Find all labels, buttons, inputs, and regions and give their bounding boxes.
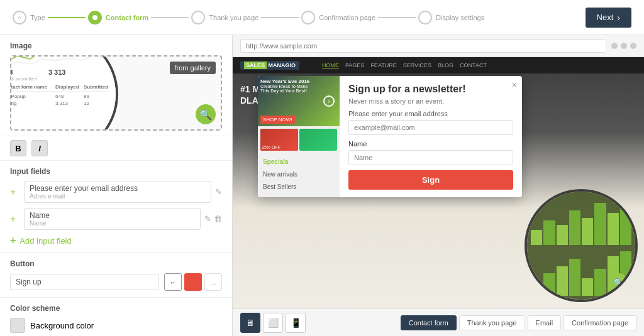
- bar-13: [582, 278, 593, 296]
- delete-name-icon[interactable]: 🗑: [214, 214, 222, 224]
- button-text-input[interactable]: [10, 274, 159, 290]
- step-circle-confirm: [301, 11, 315, 24]
- step-label-type: Type: [30, 14, 45, 21]
- italic-button[interactable]: I: [31, 140, 48, 156]
- button-row: ⌐ …: [10, 273, 222, 291]
- text-toolbar: B I: [0, 136, 232, 161]
- step-label-confirm: Confirmation page: [319, 14, 375, 21]
- tab-email[interactable]: Email: [528, 315, 562, 330]
- tab-contact-form[interactable]: Contact form: [401, 315, 457, 330]
- circle-magnifier-left: 40,000 20,000 648 forms submitted 3 313: [10, 55, 118, 131]
- step-label-thankyou: Thank you page: [209, 14, 258, 21]
- bar-7: [608, 213, 619, 245]
- desktop-icon-btn[interactable]: 🖥: [240, 313, 260, 333]
- bold-button[interactable]: B: [10, 140, 26, 156]
- popup-small-images: 25% OFF: [258, 126, 340, 153]
- bottom-tabs: Contact form Thank you page Email Confir…: [401, 315, 636, 330]
- url-input[interactable]: [240, 39, 606, 53]
- name-field-actions: ✎ 🗑: [204, 214, 222, 224]
- bar-10: [543, 273, 555, 296]
- wizard-step-thankyou[interactable]: Thank you page: [191, 11, 258, 24]
- add-field-label: Add input field: [19, 236, 71, 246]
- btn-style-outline[interactable]: ⌐: [164, 273, 182, 291]
- browser-dot-2: [621, 43, 627, 49]
- promo-title: New Year's Eve 2016: [260, 79, 309, 84]
- right-panel: SALES MANAGIO HOME PAGES FEATURE SERVICE…: [233, 35, 644, 336]
- tab-confirmation[interactable]: Confirmation page: [564, 315, 636, 330]
- popup-submit-button[interactable]: Sign: [348, 170, 513, 190]
- field-plus-email: +: [10, 187, 20, 198]
- step-line-2: [151, 17, 189, 18]
- image-section-title: Image: [10, 41, 222, 50]
- nav-feature: FEATURE: [370, 62, 396, 68]
- tablet-icon-btn[interactable]: ⬜: [263, 313, 283, 333]
- step-circle-type: ○: [13, 11, 26, 24]
- search-icon-right[interactable]: 🔍: [609, 273, 628, 292]
- italic-label: I: [38, 144, 41, 153]
- popup-promo-arrow-icon[interactable]: ›: [323, 95, 335, 107]
- next-button-label: Next: [597, 13, 614, 22]
- popup-email-label: Please enter your email address: [348, 110, 513, 117]
- popup-promo-text: New Year's Eve 2016 Creative Ideas to Ma…: [260, 79, 309, 93]
- edit-name-icon[interactable]: ✎: [204, 214, 211, 224]
- shop-now-label[interactable]: SHOP NOW!: [260, 116, 295, 124]
- button-section: Button ⌐ …: [0, 253, 232, 298]
- website-background: SALES MANAGIO HOME PAGES FEATURE SERVICE…: [233, 57, 644, 308]
- popup-name-input[interactable]: [348, 150, 513, 165]
- popup-small-img-2: [299, 129, 337, 151]
- background-color-swatch[interactable]: [10, 318, 25, 333]
- from-gallery-button[interactable]: from gallery: [170, 62, 216, 74]
- wizard-step-display[interactable]: Display settings: [418, 11, 484, 24]
- popup-title: Sign up for a newsletter!: [348, 84, 513, 95]
- color-section-title: Color scheme: [10, 304, 222, 313]
- tab-thank-you[interactable]: Thank you page: [459, 315, 525, 330]
- search-icon-left[interactable]: 🔍: [196, 104, 216, 124]
- button-section-title: Button: [10, 259, 222, 268]
- popup-menu-best-sellers[interactable]: Best Sellers: [263, 181, 335, 193]
- popup-promo-image: New Year's Eve 2016 Creative Ideas to Ma…: [258, 76, 340, 126]
- button-style-options: ⌐ …: [164, 273, 222, 291]
- color-section: Color scheme Background color: [0, 298, 232, 336]
- bold-label: B: [15, 144, 21, 153]
- mobile-icon-btn[interactable]: 📱: [286, 313, 306, 333]
- edit-email-icon[interactable]: ✎: [215, 187, 222, 197]
- mini-line-chart: 40,000 20,000: [10, 55, 109, 68]
- bar-8: [620, 198, 631, 245]
- image-preview-area[interactable]: 40,000 20,000 648 forms submitted 3 313: [10, 55, 222, 131]
- bar-6: [594, 203, 606, 245]
- device-icons: 🖥 ⬜ 📱: [240, 313, 306, 333]
- bar-9: [531, 286, 542, 296]
- bar-1: [531, 230, 542, 245]
- website-preview: SALES MANAGIO HOME PAGES FEATURE SERVICE…: [233, 57, 644, 308]
- circle-magnifier-right: 🔍: [525, 189, 638, 302]
- next-button[interactable]: Next ›: [586, 8, 631, 28]
- popup-menu-new-arrivals[interactable]: New arrivals: [263, 168, 335, 181]
- bar-4: [569, 210, 580, 245]
- email-field-hint: Adres e-mail: [30, 193, 206, 200]
- popup-small-img-1: 25% OFF: [260, 129, 298, 151]
- main-layout: Image 40,000 20,000: [0, 35, 644, 336]
- bar-11: [557, 266, 568, 296]
- input-fields-title: Input fields: [10, 167, 222, 176]
- email-field-wrap[interactable]: Please enter your email address Adres e-…: [24, 181, 211, 203]
- popup-menu-specials[interactable]: Specials: [263, 156, 335, 168]
- nav-home: HOME: [322, 62, 339, 68]
- popup-submit-label: Sign: [422, 175, 440, 185]
- btn-style-more[interactable]: …: [204, 273, 222, 291]
- wizard-step-type: ○ Type: [13, 11, 45, 24]
- field-plus-name: +: [10, 214, 20, 225]
- btn-style-filled[interactable]: [184, 273, 202, 291]
- nav-contact: CONTACT: [460, 62, 487, 68]
- popup-subtitle: Never miss a story or an event.: [348, 97, 513, 105]
- popup-close-button[interactable]: ×: [512, 80, 517, 90]
- popup-email-input[interactable]: [348, 120, 513, 135]
- background-color-label: Background color: [30, 321, 94, 330]
- wizard-step-contact[interactable]: Contact form: [88, 11, 148, 24]
- bar-2: [543, 220, 555, 246]
- add-field-row[interactable]: + Add input field: [10, 235, 222, 246]
- fake-logo: SALES MANAGIO: [240, 61, 299, 70]
- bottom-bar: 🖥 ⬜ 📱 Contact form Thank you page Email …: [233, 308, 644, 336]
- name-field-wrap[interactable]: Name Name: [24, 208, 201, 230]
- step-circle-display: [418, 11, 432, 24]
- wizard-step-confirm[interactable]: Confirmation page: [301, 11, 375, 24]
